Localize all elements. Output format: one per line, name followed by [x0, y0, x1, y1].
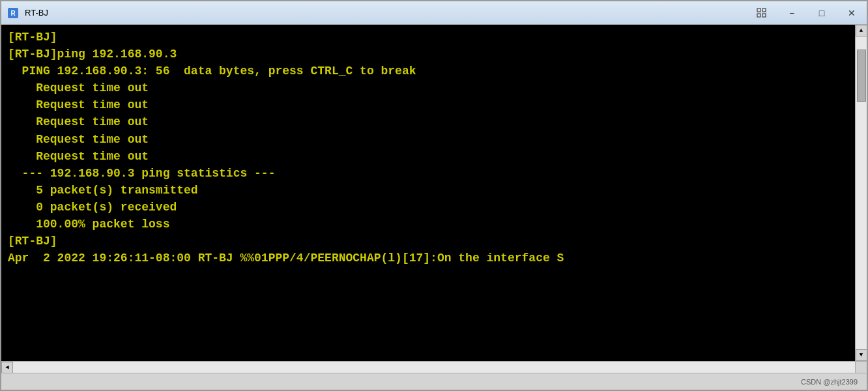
bottom-area: ◀ CSDN @zhjt2399: [1, 361, 867, 390]
scroll-down-button[interactable]: ▼: [856, 349, 867, 361]
statusbar: CSDN @zhjt2399: [1, 373, 867, 390]
terminal[interactable]: [RT-BJ][RT-BJ]ping 192.168.90.3 PING 192…: [1, 25, 855, 361]
svg-rect-4: [757, 14, 760, 17]
window-title: RT-BJ: [25, 8, 48, 18]
terminal-line: [RT-BJ]ping 192.168.90.3: [8, 46, 848, 63]
window-body: [RT-BJ][RT-BJ]ping 192.168.90.3 PING 192…: [1, 25, 867, 361]
svg-rect-3: [762, 8, 766, 12]
grid-icon: [757, 8, 767, 18]
scroll-left-button[interactable]: ◀: [1, 362, 13, 373]
watermark: CSDN @zhjt2399: [801, 378, 860, 386]
terminal-line: Request time out: [8, 148, 848, 165]
terminal-line: --- 192.168.90.3 ping statistics ---: [8, 165, 848, 182]
terminal-line: Apr 2 2022 19:26:11-08:00 RT-BJ %%01PPP/…: [8, 250, 848, 267]
svg-rect-2: [757, 8, 760, 12]
terminal-line: 100.00% packet loss: [8, 216, 848, 233]
terminal-line: PING 192.168.90.3: 56 data bytes, press …: [8, 63, 848, 80]
maximize-button[interactable]: □: [807, 1, 837, 25]
window-controls: − □ ✕: [747, 1, 867, 24]
scroll-track[interactable]: [856, 36, 867, 349]
terminal-line: 5 packet(s) transmitted: [8, 182, 848, 199]
terminal-line: Request time out: [8, 80, 848, 96]
vertical-scrollbar[interactable]: ▲ ▼: [855, 25, 867, 361]
terminal-line: Request time out: [8, 113, 848, 130]
terminal-line: Request time out: [8, 96, 848, 113]
scrollbar-corner: [855, 361, 867, 373]
hscroll-track[interactable]: [13, 362, 855, 373]
scroll-thumb[interactable]: [857, 50, 866, 102]
bottom-row: ◀: [1, 361, 867, 373]
terminal-line: [RT-BJ]: [8, 29, 848, 46]
app-icon: R: [7, 7, 20, 20]
grid-icon-area: [747, 1, 777, 25]
terminal-line: [RT-BJ]: [8, 233, 848, 250]
svg-text:R: R: [10, 10, 16, 17]
terminal-line: 0 packet(s) received: [8, 199, 848, 216]
terminal-line: Request time out: [8, 131, 848, 148]
title-bar: R RT-BJ − □ ✕: [1, 1, 867, 25]
scroll-up-button[interactable]: ▲: [856, 25, 867, 36]
svg-rect-5: [762, 14, 766, 17]
minimize-button[interactable]: −: [777, 1, 807, 25]
horizontal-scrollbar[interactable]: ◀: [1, 361, 855, 373]
close-button[interactable]: ✕: [837, 1, 867, 25]
main-window: R RT-BJ − □ ✕ [RT-BJ][RT-BJ]ping 192.168…: [0, 0, 868, 391]
